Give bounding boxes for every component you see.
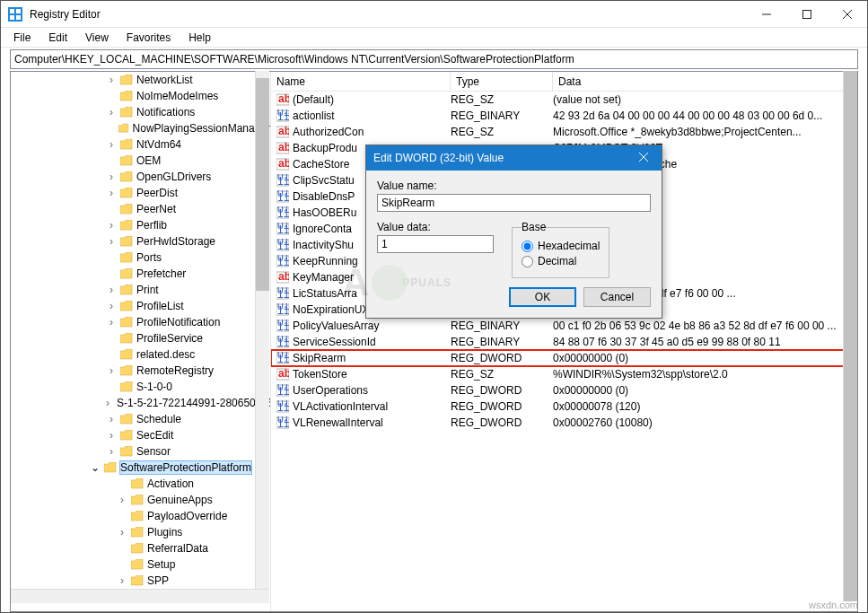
list-row[interactable]: 011110UserOperationsREG_DWORD0x00000000 …	[271, 382, 857, 398]
tree-label: GenuineApps	[147, 494, 213, 506]
header-data[interactable]: Data	[553, 72, 857, 91]
minimize-button[interactable]	[746, 1, 786, 28]
tree-item[interactable]: ›RemoteRegistry	[11, 363, 270, 379]
value-data-label: Value data:	[377, 221, 494, 233]
cancel-button[interactable]: Cancel	[583, 287, 651, 307]
value-name: LicStatusArra	[293, 287, 357, 300]
dialog-close-button[interactable]	[633, 152, 654, 164]
tree-item[interactable]: ›SecEdit	[11, 427, 270, 443]
value-name: NoExpirationUX	[293, 303, 369, 316]
tree-label: NtVdm64	[136, 138, 181, 151]
tree-item[interactable]: ›ProfileList	[11, 298, 270, 314]
list-row[interactable]: 011110SkipRearmREG_DWORD0x00000000 (0)	[271, 350, 857, 366]
value-name: TokenStore	[293, 368, 347, 381]
tree-item[interactable]: ›NetworkList	[11, 72, 270, 88]
tree-label: Prefetcher	[136, 267, 186, 280]
maximize-button[interactable]	[786, 1, 827, 28]
list-row[interactable]: 011110ServiceSessionIdREG_BINARY84 88 07…	[271, 334, 857, 350]
tree-label: ProfileNotification	[136, 316, 220, 328]
list-scrollbar[interactable]	[843, 71, 857, 601]
value-name: actionlist	[293, 109, 335, 122]
tree-item[interactable]: ›GenuineApps	[11, 492, 270, 508]
tree-item[interactable]: ›OpenGLDrivers	[11, 169, 270, 185]
svg-text:ab: ab	[278, 126, 289, 137]
tree-item[interactable]: ›PerHwIdStorage	[11, 233, 270, 250]
tree-label: RemoteRegistry	[136, 364, 214, 377]
value-type: REG_SZ	[451, 368, 553, 381]
menu-file[interactable]: File	[4, 30, 39, 46]
tree-item[interactable]: ›S-1-5-21-722144991-2806505255	[11, 395, 270, 411]
tree-label: Sensor	[136, 445, 171, 458]
value-name: UserOperations	[293, 384, 368, 397]
value-name-input[interactable]	[377, 194, 651, 212]
tree-item[interactable]: ReferralData	[11, 540, 270, 556]
value-data: 0x00002760 (10080)	[553, 416, 857, 429]
svg-text:110: 110	[277, 417, 289, 429]
svg-text:110: 110	[277, 353, 289, 364]
titlebar: Registry Editor	[1, 1, 867, 28]
tree-item[interactable]: ›NtVdm64	[11, 136, 270, 153]
radio-decimal[interactable]	[522, 256, 533, 267]
ok-button[interactable]: OK	[509, 287, 576, 307]
list-row[interactable]: 011110VLActivationIntervalREG_DWORD0x000…	[271, 398, 857, 415]
tree-view[interactable]: ›NetworkListNoImeModeImes›NotificationsN…	[11, 72, 271, 611]
tree-item[interactable]: ›PeerDist	[11, 185, 270, 201]
tree-label: Schedule	[136, 413, 181, 425]
tree-label: SPP	[147, 574, 169, 587]
value-data: 42 93 2d 6a 04 00 00 00 44 00 00 00 48 0…	[553, 109, 857, 122]
tree-hscrollbar[interactable]	[11, 589, 269, 603]
tree-item[interactable]: ›Sensor	[11, 443, 270, 460]
header-type[interactable]: Type	[451, 72, 553, 91]
dialog-titlebar[interactable]: Edit DWORD (32-bit) Value	[366, 145, 662, 171]
value-data-input[interactable]	[377, 235, 494, 253]
menu-favorites[interactable]: Favorites	[118, 30, 180, 46]
list-row[interactable]: abAuthorizedConREG_SZMicrosoft.Office *_…	[271, 124, 857, 140]
tree-item[interactable]: ›Plugins	[11, 524, 270, 540]
tree-label: ProfileService	[136, 332, 203, 345]
list-row[interactable]: 011110PolicyValuesArrayREG_BINARY00 c1 f…	[271, 318, 857, 334]
menu-view[interactable]: View	[76, 30, 118, 46]
svg-text:ab: ab	[278, 158, 289, 170]
list-header[interactable]: Name Type Data	[271, 72, 857, 92]
value-type: REG_BINARY	[451, 109, 553, 122]
radio-hexadecimal[interactable]	[522, 241, 533, 252]
tree-item[interactable]: NowPlayingSessionManager	[11, 120, 270, 136]
tree-item[interactable]: OEM	[11, 153, 270, 169]
tree-item[interactable]: ›SPP	[11, 573, 270, 589]
list-row[interactable]: ab(Default)REG_SZ(value not set)	[271, 92, 857, 108]
menu-help[interactable]: Help	[180, 30, 220, 46]
tree-item[interactable]: ›Perflib	[11, 217, 270, 233]
tree-item[interactable]: ›Notifications	[11, 104, 270, 120]
value-type: REG_BINARY	[451, 320, 553, 332]
value-type: REG_DWORD	[451, 352, 553, 364]
svg-rect-3	[10, 15, 14, 20]
list-row[interactable]: 011110VLRenewalIntervalREG_DWORD0x000027…	[271, 415, 857, 431]
menu-edit[interactable]: Edit	[39, 30, 76, 46]
tree-item[interactable]: ⌄SoftwareProtectionPlatform	[11, 460, 270, 476]
svg-text:110: 110	[277, 385, 289, 397]
menubar: File Edit View Favorites Help	[1, 28, 867, 48]
tree-label: S-1-0-0	[136, 381, 172, 393]
value-name: KeyManager	[293, 271, 354, 284]
tree-item[interactable]: related.desc	[11, 346, 270, 363]
tree-item[interactable]: Ports	[11, 250, 270, 266]
tree-item[interactable]: ProfileService	[11, 330, 270, 346]
tree-item[interactable]: PeerNet	[11, 201, 270, 217]
tree-item[interactable]: Setup	[11, 556, 270, 573]
tree-item[interactable]: Prefetcher	[11, 266, 270, 282]
tree-label: SecEdit	[136, 429, 173, 442]
tree-item[interactable]: ›Schedule	[11, 411, 270, 427]
tree-item[interactable]: PayloadOverride	[11, 508, 270, 524]
tree-item[interactable]: ›ProfileNotification	[11, 314, 270, 330]
tree-scrollbar[interactable]	[255, 71, 269, 601]
close-button[interactable]	[827, 1, 867, 28]
tree-item[interactable]: Activation	[11, 476, 270, 492]
header-name[interactable]: Name	[271, 72, 451, 91]
address-bar[interactable]: Computer\HKEY_LOCAL_MACHINE\SOFTWARE\Mic…	[10, 49, 858, 69]
list-row[interactable]: abTokenStoreREG_SZ%WINDIR%\System32\spp\…	[271, 366, 857, 382]
tree-item[interactable]: NoImeModeImes	[11, 88, 270, 104]
tree-item[interactable]: S-1-0-0	[11, 379, 270, 395]
list-row[interactable]: 011110actionlistREG_BINARY42 93 2d 6a 04…	[271, 108, 857, 124]
tree-item[interactable]: ›Print	[11, 282, 270, 298]
value-name: PolicyValuesArray	[293, 320, 379, 332]
